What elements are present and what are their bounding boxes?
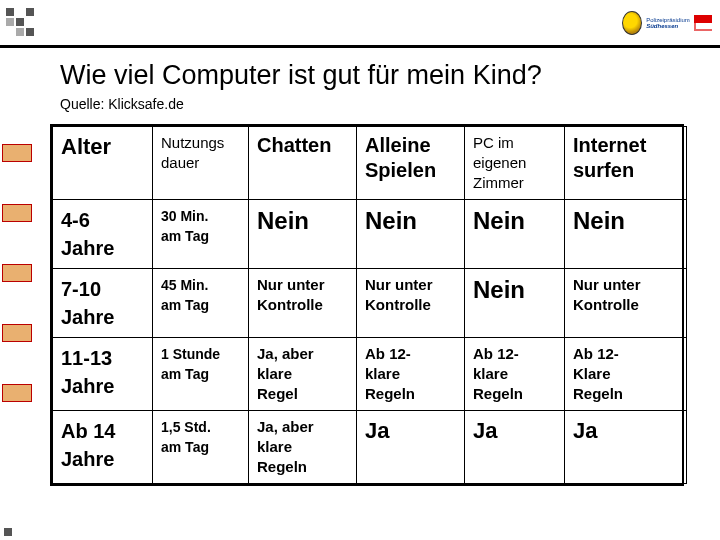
header-usage: Nutzungs dauer: [153, 127, 249, 200]
cell-play-alone: Nur unter Kontrolle: [357, 269, 465, 338]
cell-age: 4-6 Jahre: [53, 200, 153, 269]
cell-surf: Nein: [565, 200, 687, 269]
cell-own-room: Nein: [465, 269, 565, 338]
header-bar: Polizeipräsidium Südhessen: [0, 0, 720, 48]
cell-usage: 30 Min. am Tag: [153, 200, 249, 269]
cell-usage: 45 Min. am Tag: [153, 269, 249, 338]
hessen-flag-icon: [694, 15, 712, 31]
header-play-alone: Alleine Spielen: [357, 127, 465, 200]
cell-play-alone: Ab 12- klare Regeln: [357, 338, 465, 411]
bullet-box: [2, 324, 32, 342]
cell-usage: 1 Stunde am Tag: [153, 338, 249, 411]
table-header-row: Alter Nutzungs dauer Chatten Alleine Spi…: [53, 127, 687, 200]
corner-dot-icon: [4, 528, 12, 536]
cell-chat: Ja, aber klare Regel: [249, 338, 357, 411]
page-title: Wie viel Computer ist gut für mein Kind?: [60, 60, 542, 91]
cell-chat: Ja, aber klare Regeln: [249, 411, 357, 484]
bullet-box: [2, 144, 32, 162]
cell-surf: Nur unter Kontrolle: [565, 269, 687, 338]
cell-age: 11-13 Jahre: [53, 338, 153, 411]
cell-play-alone: Nein: [357, 200, 465, 269]
brand-text-bottom: Südhessen: [646, 23, 690, 29]
page-subtitle: Quelle: Klicksafe.de: [60, 96, 184, 112]
header-own-room: PC im eigenen Zimmer: [465, 127, 565, 200]
cell-chat: Nein: [249, 200, 357, 269]
police-badge-icon: [622, 11, 642, 35]
header-surf: Internet surfen: [565, 127, 687, 200]
bullet-box: [2, 384, 32, 402]
cell-usage: 1,5 Std. am Tag: [153, 411, 249, 484]
guidelines-table: Alter Nutzungs dauer Chatten Alleine Spi…: [50, 124, 684, 486]
logo-grid-icon: [6, 8, 34, 36]
cell-age: Ab 14 Jahre: [53, 411, 153, 484]
table-row: 4-6 Jahre 30 Min. am Tag Nein Nein Nein …: [53, 200, 687, 269]
cell-own-room: Ja: [465, 411, 565, 484]
table-row: Ab 14 Jahre 1,5 Std. am Tag Ja, aber kla…: [53, 411, 687, 484]
header-chat: Chatten: [249, 127, 357, 200]
cell-own-room: Ab 12- klare Regeln: [465, 338, 565, 411]
brand-logo: Polizeipräsidium Südhessen: [622, 4, 712, 42]
cell-surf: Ab 12- Klare Regeln: [565, 338, 687, 411]
header-age: Alter: [53, 127, 153, 200]
bullet-box: [2, 264, 32, 282]
cell-surf: Ja: [565, 411, 687, 484]
table-row: 7-10 Jahre 45 Min. am Tag Nur unter Kont…: [53, 269, 687, 338]
cell-own-room: Nein: [465, 200, 565, 269]
table-row: 11-13 Jahre 1 Stunde am Tag Ja, aber kla…: [53, 338, 687, 411]
side-bullet-group: [2, 144, 32, 402]
bullet-box: [2, 204, 32, 222]
cell-play-alone: Ja: [357, 411, 465, 484]
cell-age: 7-10 Jahre: [53, 269, 153, 338]
cell-chat: Nur unter Kontrolle: [249, 269, 357, 338]
